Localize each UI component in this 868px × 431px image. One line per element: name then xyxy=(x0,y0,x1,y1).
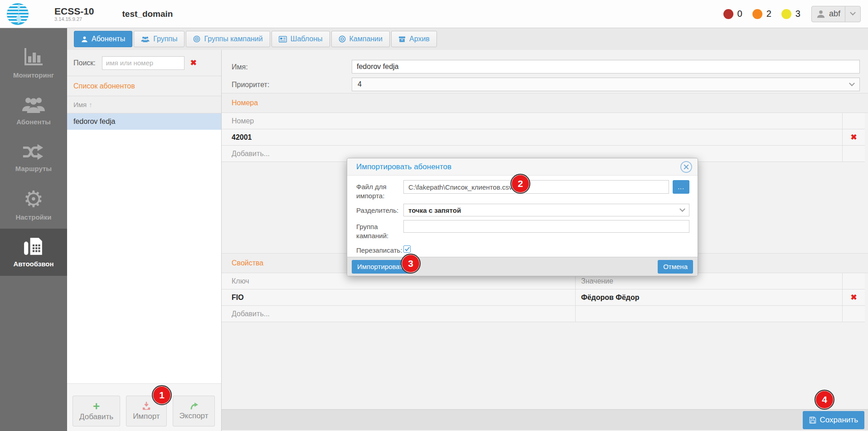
sidebar-item-routes[interactable]: Маршруты xyxy=(0,134,67,181)
users-icon xyxy=(141,36,150,43)
tab-label: Абоненты xyxy=(92,35,125,43)
status-critical-count: 0 xyxy=(737,9,742,19)
file-field-label: Файл для импорта: xyxy=(356,180,403,200)
priority-field-label: Приоритет: xyxy=(232,81,269,89)
add-property-row[interactable]: Добавить... xyxy=(222,306,865,322)
delete-cell-empty xyxy=(842,146,865,162)
tab-label: Архив xyxy=(409,35,430,43)
delete-cell-empty xyxy=(842,306,865,322)
sidebar-item-autodial[interactable]: Автообзвон xyxy=(0,229,67,276)
campaign-group-input[interactable] xyxy=(403,220,689,233)
sidebar-item-label: Абоненты xyxy=(16,118,51,126)
status-critical-dot-icon xyxy=(723,9,733,19)
shuffle-icon xyxy=(22,143,45,161)
priority-value: 4 xyxy=(358,80,362,88)
overwrite-field-label: Перезаписать: xyxy=(356,244,403,255)
tab-groups[interactable]: Группы xyxy=(134,31,184,47)
file-path-field[interactable]: C:\fakepath\Список_клиентов.csv xyxy=(403,180,669,194)
subscriber-name: fedorov fedja xyxy=(73,118,116,126)
status-warning[interactable]: 2 xyxy=(752,9,771,19)
sort-asc-icon: ↑ xyxy=(89,101,92,108)
file-path-value: C:\fakepath\Список_клиентов.csv xyxy=(408,183,512,191)
clear-search-icon[interactable]: ✖ xyxy=(190,59,197,67)
cancel-button[interactable]: Отмена xyxy=(658,260,693,274)
sidebar-item-monitoring[interactable]: Мониторинг xyxy=(0,40,67,87)
sidebar-item-label: Мониторинг xyxy=(13,71,54,79)
main-sidebar: Мониторинг Абоненты Маршруты ⚙ Настройки xyxy=(0,28,67,431)
tab-templates[interactable]: Шаблоны xyxy=(272,31,330,47)
subscribers-list-panel: Поиск: ✖ Список абонентов Имя ↑ fedorov … xyxy=(67,50,222,431)
browse-button[interactable]: ... xyxy=(673,180,689,194)
save-icon xyxy=(809,416,816,424)
sidebar-item-settings[interactable]: ⚙ Настройки xyxy=(0,181,67,229)
name-field[interactable]: fedorov fedja xyxy=(352,60,860,73)
template-icon xyxy=(279,36,287,43)
add-property-label: Добавить... xyxy=(222,306,576,322)
users-icon xyxy=(22,96,45,114)
save-button[interactable]: Сохранить xyxy=(803,411,864,429)
sidebar-item-subscribers[interactable]: Абоненты xyxy=(0,87,67,134)
tab-campaigns[interactable]: Кампании xyxy=(331,31,390,47)
numbers-section-header: Номера xyxy=(222,93,868,113)
campaign-group-field-label: Группа кампаний: xyxy=(356,220,403,240)
add-button-label: Добавить xyxy=(79,412,113,421)
delete-number-icon[interactable]: ✖ xyxy=(850,133,857,141)
callout-badge-2: 2 xyxy=(510,174,530,194)
close-icon[interactable] xyxy=(680,161,692,173)
eltex-logo xyxy=(6,3,29,25)
number-value: 42001 xyxy=(222,129,842,145)
tab-label: Шаблоны xyxy=(291,35,323,43)
name-column-label: Имя xyxy=(73,101,87,108)
properties-section-title: Свойства xyxy=(232,259,263,267)
details-footer: Сохранить xyxy=(222,409,868,430)
properties-table: Ключ Значение FIO Фёдоров Фёдор ✖ Добави… xyxy=(222,273,865,322)
callout-badge-1: 1 xyxy=(152,385,172,405)
app-version: 3.14.15.9.27 xyxy=(54,16,94,22)
tab-label: Кампании xyxy=(349,35,383,43)
import-button-label: Импорт xyxy=(133,412,160,421)
user-menu-button[interactable]: abf xyxy=(811,6,861,22)
delete-property-icon[interactable]: ✖ xyxy=(850,294,857,301)
status-warning-dot-icon xyxy=(752,9,762,19)
export-button-label: Экспорт xyxy=(179,411,209,421)
chevron-down-icon xyxy=(679,206,685,212)
priority-select[interactable]: 4 xyxy=(352,78,860,91)
gear-icon: ⚙ xyxy=(24,189,44,209)
autodial-icon xyxy=(23,237,44,256)
bar-chart-icon xyxy=(22,48,45,67)
tab-label: Группы xyxy=(153,35,177,43)
tab-subscribers[interactable]: Абоненты xyxy=(74,31,132,47)
tab-bar: Абоненты Группы Группы кампаний Шаблоны … xyxy=(67,28,868,50)
list-title-text: Список абонентов xyxy=(73,82,135,90)
number-column-header: Номер xyxy=(222,113,842,129)
export-button[interactable]: Экспорт xyxy=(173,396,215,426)
tab-label: Группы кампаний xyxy=(204,35,262,43)
dialog-header: Импортировать абонентов xyxy=(347,158,698,176)
tab-archive[interactable]: Архив xyxy=(391,31,437,47)
status-critical[interactable]: 0 xyxy=(723,9,742,19)
broadcast-icon xyxy=(193,35,200,43)
property-row[interactable]: FIO Фёдоров Фёдор ✖ xyxy=(222,289,865,306)
subscriber-row-selected[interactable]: fedorov fedja xyxy=(67,113,221,130)
sidebar-item-label: Маршруты xyxy=(15,165,52,172)
user-icon xyxy=(81,36,88,43)
plus-icon: + xyxy=(93,401,100,411)
delimiter-select[interactable]: точка с запятой xyxy=(403,204,689,216)
import-icon xyxy=(142,402,151,411)
domain-title: test_domain xyxy=(122,9,173,19)
user-menu-chevron[interactable] xyxy=(845,6,860,22)
name-field-label: Имя: xyxy=(232,63,248,71)
number-row[interactable]: 42001 ✖ xyxy=(222,129,865,146)
add-subscriber-button[interactable]: + Добавить xyxy=(73,396,120,426)
status-notice[interactable]: 3 xyxy=(781,9,800,19)
search-row: Поиск: ✖ xyxy=(67,50,221,76)
archive-icon xyxy=(398,36,406,43)
tab-campaign-groups[interactable]: Группы кампаний xyxy=(186,31,270,47)
search-input[interactable] xyxy=(102,56,184,70)
user-icon xyxy=(816,10,825,19)
name-column-header[interactable]: Имя ↑ xyxy=(67,96,221,113)
search-label: Поиск: xyxy=(73,59,96,67)
property-value: Фёдоров Фёдор xyxy=(576,289,842,305)
overwrite-checkbox[interactable] xyxy=(403,245,411,253)
chevron-down-icon xyxy=(849,80,855,86)
